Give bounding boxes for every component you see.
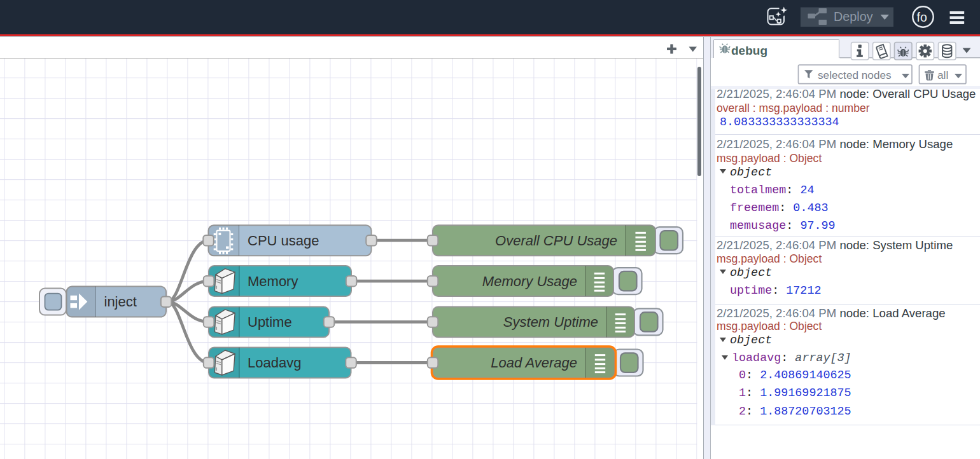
svg-text:debug: debug (731, 43, 767, 57)
svg-text:Uptime: Uptime (248, 314, 292, 330)
svg-text:selected nodes: selected nodes (818, 68, 892, 81)
svg-text:fo: fo (917, 10, 927, 24)
svg-text:System Uptime: System Uptime (503, 314, 598, 330)
svg-text:Loadavg: Loadavg (248, 355, 301, 371)
svg-text:Overall CPU Usage: Overall CPU Usage (495, 233, 617, 249)
svg-text:Memory: Memory (248, 273, 298, 289)
svg-text:CPU usage: CPU usage (248, 233, 319, 249)
svg-text:Memory Usage: Memory Usage (482, 273, 577, 289)
svg-text:all: all (937, 68, 948, 81)
svg-text:Deploy: Deploy (834, 10, 873, 24)
svg-text:Load Average: Load Average (491, 355, 577, 371)
svg-text:inject: inject (104, 294, 137, 310)
